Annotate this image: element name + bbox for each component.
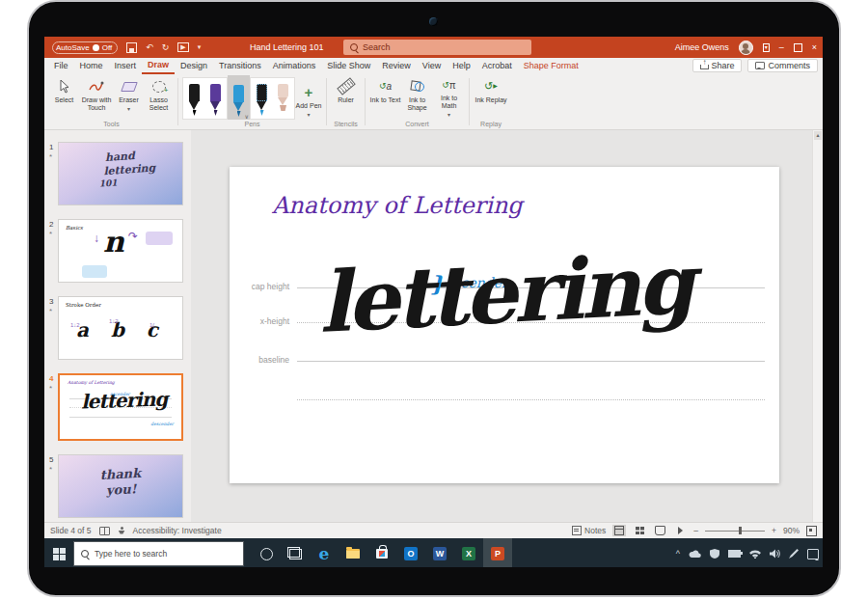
slideshow-view-button[interactable] (673, 525, 687, 536)
zoom-percent[interactable]: 90% (783, 526, 800, 535)
slide-canvas-area[interactable]: Anatomy of Lettering cap height x-height… (191, 130, 823, 522)
lettering-ink-word[interactable]: lettering (316, 242, 692, 344)
notes-button[interactable]: Notes (572, 526, 606, 535)
defender-shield-icon[interactable] (710, 549, 719, 559)
taskbar-search-box[interactable]: Type here to search (73, 541, 244, 566)
start-presentation-icon[interactable]: ▶ (177, 42, 188, 52)
wifi-icon[interactable] (749, 550, 761, 559)
tab-transitions[interactable]: Transitions (213, 58, 267, 73)
slide-2-preview[interactable]: Basics n ↓ ↷ (58, 219, 183, 283)
thumbnail-slide-4-selected[interactable]: 4 * Anatomy of Lettering lettering ascen… (44, 373, 191, 441)
slide-sorter-view-button[interactable] (633, 525, 646, 536)
thumbnail-slide-3[interactable]: 3 * Stroke Order a b c 1↓2 1↓2 1( (44, 296, 191, 360)
tab-acrobat[interactable]: Acrobat (476, 58, 518, 73)
stroke-marks: 1↓2 (70, 322, 80, 328)
battery-icon[interactable] (728, 550, 741, 558)
pen-caret-icon[interactable]: ∨ (245, 113, 249, 120)
ruler-button[interactable]: Ruler (331, 76, 361, 119)
slide-5-preview[interactable]: thankyou! (58, 454, 183, 518)
edge-button[interactable]: e (310, 538, 339, 567)
normal-view-button[interactable] (612, 525, 626, 536)
vertical-scrollbar[interactable]: ▴ (812, 130, 823, 522)
tab-draw[interactable]: Draw (142, 57, 175, 74)
pen-icon[interactable] (789, 549, 799, 559)
share-button[interactable]: Share (692, 59, 742, 72)
tab-design[interactable]: Design (175, 58, 213, 73)
language-book-icon[interactable] (99, 527, 110, 535)
microsoft-store-button[interactable] (367, 538, 396, 567)
ink-to-math-caret-icon[interactable]: ▾ (448, 112, 450, 119)
ink-to-math-button[interactable]: ↺π Ink to Math ▾ (433, 76, 465, 119)
task-view-button[interactable] (281, 538, 310, 567)
slide-1-preview[interactable]: handlettering101 (58, 142, 183, 205)
folder-icon (346, 549, 360, 559)
select-button[interactable]: Select (49, 76, 79, 119)
tab-help[interactable]: Help (447, 58, 476, 73)
pen-black[interactable] (189, 84, 200, 117)
ink-replay-button[interactable]: ↺▶ Ink Replay (474, 76, 508, 119)
thumbnail-slide-1[interactable]: 1 * handlettering101 (44, 142, 191, 205)
pen-purple[interactable] (210, 84, 221, 117)
eraser-caret-icon[interactable]: ▾ (127, 106, 130, 113)
tab-home[interactable]: Home (74, 58, 109, 73)
slide-4-editing-surface[interactable]: Anatomy of Lettering cap height x-height… (230, 167, 779, 483)
action-center-icon[interactable] (807, 549, 819, 559)
tab-shape-format[interactable]: Shape Format (518, 58, 584, 73)
draw-with-touch-button[interactable]: Draw with Touch (79, 76, 114, 119)
avatar[interactable] (739, 41, 753, 55)
thumbnail-slide-5[interactable]: 5 * thankyou! (44, 454, 191, 518)
zoom-out-button[interactable]: – (693, 526, 698, 535)
file-explorer-button[interactable] (339, 538, 367, 567)
minimize-button[interactable]: – (779, 42, 784, 52)
zoom-in-button[interactable]: + (772, 526, 776, 535)
start-button[interactable] (44, 538, 73, 567)
descender-line (297, 399, 765, 400)
onedrive-cloud-icon[interactable] (689, 550, 701, 559)
highlighter-pen[interactable] (278, 84, 288, 117)
tab-view[interactable]: View (417, 58, 447, 73)
scroll-up-icon[interactable]: ▴ (814, 131, 822, 140)
word-button[interactable]: W (425, 538, 454, 567)
ruler-icon (338, 79, 355, 95)
slide-4-preview[interactable]: Anatomy of Lettering lettering ascender … (58, 373, 183, 441)
cortana-button[interactable] (252, 538, 281, 567)
slide-thumbnail-panel[interactable]: 1 * handlettering101 2 * Basics n ↓ ↷ (44, 130, 191, 522)
pen-blue-selected[interactable]: ∨ (228, 75, 250, 120)
ink-to-shape-button[interactable]: Ink to Shape (401, 76, 433, 119)
powerpoint-button-active[interactable]: P (483, 538, 512, 567)
eraser-button[interactable]: Eraser ▾ (114, 76, 144, 119)
undo-icon[interactable]: ↶ (146, 42, 153, 52)
tab-slide-show[interactable]: Slide Show (321, 58, 376, 73)
redo-icon[interactable]: ↻ (162, 42, 170, 52)
tab-review[interactable]: Review (376, 58, 417, 73)
add-pen-button[interactable]: + Add Pen ▾ (295, 82, 322, 120)
pencil-blue-dotted[interactable] (257, 84, 267, 117)
maximize-button[interactable] (794, 43, 802, 52)
ribbon-display-options-icon[interactable]: ▾ (763, 43, 770, 52)
tab-file[interactable]: File (48, 58, 74, 73)
reading-view-button[interactable] (653, 525, 666, 536)
zoom-slider-thumb[interactable] (739, 527, 742, 534)
lasso-select-button[interactable]: Lasso Select (144, 76, 174, 119)
accessibility-status[interactable]: Accessibility: Investigate (133, 526, 222, 535)
excel-button[interactable]: X (454, 538, 483, 567)
tab-animations[interactable]: Animations (267, 58, 322, 73)
close-button[interactable]: × (812, 42, 817, 52)
tab-insert[interactable]: Insert (109, 58, 143, 73)
comments-button[interactable]: Comments (747, 59, 818, 72)
ink-to-text-button[interactable]: ↺a Ink to Text (369, 76, 401, 119)
fit-slide-to-window-icon[interactable] (806, 526, 817, 536)
slide-3-preview[interactable]: Stroke Order a b c 1↓2 1↓2 1( (58, 296, 183, 360)
tray-chevron-up-icon[interactable]: ^ (676, 549, 680, 559)
volume-icon[interactable] (770, 549, 780, 559)
normal-view-icon (614, 526, 624, 535)
zoom-slider[interactable] (705, 531, 765, 532)
outlook-button[interactable]: O (396, 538, 425, 567)
customize-toolbar-caret[interactable]: ▾ (198, 43, 202, 51)
save-icon[interactable] (126, 42, 137, 53)
titlebar-search[interactable]: Search (343, 40, 531, 55)
autosave-toggle[interactable]: AutoSave Off (52, 41, 118, 54)
thumbnail-slide-2[interactable]: 2 * Basics n ↓ ↷ (44, 219, 191, 283)
accessibility-icon (118, 527, 125, 534)
slide-title[interactable]: Anatomy of Lettering (272, 192, 523, 219)
